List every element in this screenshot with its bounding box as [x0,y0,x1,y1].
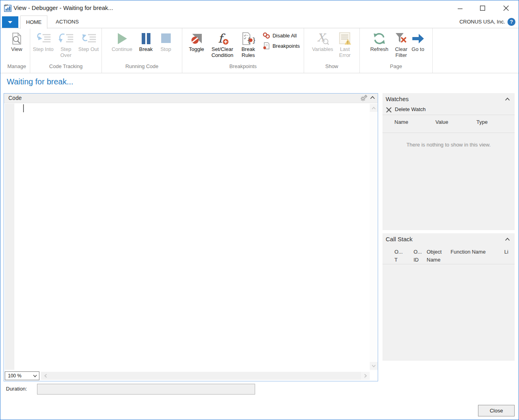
step-into-button[interactable]: Step Into [32,31,54,52]
minimize-icon [458,6,462,10]
help-icon[interactable]: ? [507,18,515,26]
step-into-label: Step Into [33,46,53,52]
watches-column-name[interactable]: Name [394,119,408,125]
code-editor-area[interactable] [4,103,378,371]
horizontal-scrollbar[interactable] [41,372,370,380]
ribbon-spacer [433,28,519,73]
group-label-code-tracking: Code Tracking [30,63,101,73]
call-stack-column-line[interactable]: Li [504,249,508,255]
stop-icon [161,31,171,46]
call-stack-column-object-type[interactable]: O... [394,249,403,255]
ribbon-group-show: X Variables [304,28,360,73]
close-window-button[interactable] [499,2,513,14]
breakpoints-list-label: Breakpoints [273,43,300,49]
scroll-right-button[interactable] [361,372,370,380]
watches-column-type[interactable]: Type [476,119,488,125]
break-label: Break [139,46,153,52]
step-over-button[interactable]: Step Over [55,31,77,58]
watches-toolbar: Delete Watch [382,105,515,115]
vertical-scrollbar[interactable] [370,103,378,371]
maximize-icon [480,6,485,11]
last-error-label: Last Error [336,46,354,58]
toggle-breakpoint-icon [191,31,203,46]
duration-label: Duration: [6,386,27,392]
watches-column-value[interactable]: Value [435,119,448,125]
app-icon [4,4,12,12]
refresh-label: Refresh [370,46,388,52]
breakpoints-list-icon [263,42,270,49]
call-stack-title: Call Stack [386,236,413,242]
tab-home[interactable]: HOME [20,16,47,29]
stop-label: Stop [160,46,171,52]
step-out-icon [81,31,97,46]
watches-title: Watches [386,96,409,102]
code-panel-header[interactable]: Code [4,94,378,103]
breakpoints-list-button[interactable]: Breakpoints [263,42,300,49]
delete-watch-button[interactable]: Delete Watch [395,106,426,112]
debugger-window: View - Debugger - Waiting for break... H… [0,0,519,420]
code-panel: Code [4,93,378,381]
svg-text:X: X [317,32,327,44]
refresh-button[interactable]: Refresh [367,31,391,52]
scroll-left-button[interactable] [41,372,50,380]
call-stack-column-function-name[interactable]: Function Name [451,249,486,255]
collapse-watches-chevron-icon[interactable] [505,98,510,101]
group-label-running-code: Running Code [102,63,182,73]
call-stack-panel: Call Stack O... T O... ID Object Name Fu… [382,233,515,361]
step-out-button[interactable]: Step Out [78,31,100,52]
svg-text:!: ! [347,41,348,45]
application-menu-button[interactable] [2,16,18,28]
view-button[interactable]: View [6,31,28,52]
last-error-button[interactable]: ! Last Error [336,31,354,58]
tab-actions[interactable]: ACTIONS [47,16,87,28]
group-label-manage: Manage [4,63,30,73]
watches-panel: Watches Delete Watch Name Value Type The… [382,93,515,230]
set-clear-condition-button[interactable]: f Set/Clear Condition [207,31,238,58]
maximize-button[interactable] [476,2,489,14]
scroll-down-button[interactable] [370,362,378,370]
ribbon-group-breakpoints: Toggle f Set/Clear Condition [182,28,304,73]
toggle-breakpoint-button[interactable]: Toggle [187,31,207,52]
call-stack-column-object-type-line2: T [394,257,398,263]
disable-all-label: Disable All [273,33,297,39]
clear-filter-label: Clear Filter [392,46,410,58]
break-rules-icon: { } [242,31,255,46]
refresh-icon [373,31,386,46]
collapse-call-stack-chevron-icon[interactable] [505,238,510,241]
break-button[interactable]: Break [136,31,156,52]
title-bar: View - Debugger - Waiting for break... [0,0,519,16]
clear-filter-icon [395,31,408,46]
clear-filter-button[interactable]: Clear Filter [392,31,410,58]
zoom-select[interactable]: 100 % [5,371,39,380]
stop-button[interactable]: Stop [157,31,175,52]
close-button[interactable]: Close [478,405,515,416]
break-icon [141,31,151,46]
ribbon-group-manage: View Manage [4,28,30,73]
call-stack-column-object-name-line2: Name [427,257,441,263]
customize-gears-icon[interactable] [360,95,367,101]
ribbon-group-code-tracking: Step Into Step Over [30,28,102,73]
break-rules-button[interactable]: { } Break Rules [238,31,258,58]
text-caret [23,104,24,112]
variables-button[interactable]: X Variables [310,31,336,52]
break-rules-label: Break Rules [238,46,258,58]
goto-button[interactable]: Go to [411,31,425,52]
call-stack-column-object-id[interactable]: O... [414,249,422,255]
company-name: CRONUS USA, Inc. [459,16,505,28]
collapse-code-chevron-icon[interactable] [370,96,375,99]
variables-icon: X [316,31,330,46]
step-over-icon [58,31,74,46]
call-stack-column-object-id-line2: ID [414,257,419,263]
continue-button[interactable]: Continue [109,31,135,52]
group-label-breakpoints: Breakpoints [182,63,304,73]
variables-label: Variables [312,46,333,52]
minimize-button[interactable] [453,2,467,14]
goto-label: Go to [412,46,424,52]
scroll-up-button[interactable] [370,104,378,112]
goto-icon [412,31,424,46]
disable-all-button[interactable]: Disable All [263,32,300,39]
ribbon-group-page: Refresh Clear Filter [360,28,433,73]
call-stack-column-object-name[interactable]: Object [427,249,442,255]
window-title: View - Debugger - Waiting for break... [14,4,113,11]
condition-icon: f [216,31,229,46]
